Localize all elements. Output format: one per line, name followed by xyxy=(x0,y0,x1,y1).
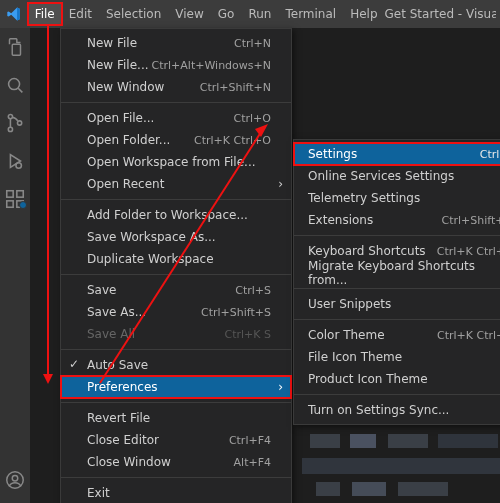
menu-item-label: User Snippets xyxy=(308,297,391,311)
menu-item-label: Save xyxy=(87,283,116,297)
badge-dot-icon xyxy=(19,201,27,209)
svg-point-0 xyxy=(9,79,20,90)
file-menu-item-add-folder-to-workspace[interactable]: Add Folder to Workspace... xyxy=(61,204,291,226)
run-debug-icon[interactable] xyxy=(4,150,26,172)
menu-separator xyxy=(294,319,500,320)
svg-point-3 xyxy=(17,121,21,125)
file-menu-item-preferences[interactable]: Preferences› xyxy=(61,376,291,398)
search-icon[interactable] xyxy=(4,74,26,96)
source-control-icon[interactable] xyxy=(4,112,26,134)
menu-separator xyxy=(61,402,291,403)
menu-go[interactable]: Go xyxy=(211,3,242,25)
svg-point-1 xyxy=(8,114,12,118)
menu-item-label: Close Editor xyxy=(87,433,159,447)
file-menu-dropdown: New FileCtrl+NNew File...Ctrl+Alt+Window… xyxy=(60,28,292,503)
menu-item-label: Turn on Settings Sync... xyxy=(308,403,449,417)
file-menu-item-open-folder[interactable]: Open Folder...Ctrl+K Ctrl+O xyxy=(61,129,291,151)
menu-separator xyxy=(61,102,291,103)
menu-item-label: Open Workspace from File... xyxy=(87,155,256,169)
menu-item-label: New Window xyxy=(87,80,164,94)
blurred-background xyxy=(302,428,500,503)
menu-item-label: Telemetry Settings xyxy=(308,191,420,205)
svg-marker-12 xyxy=(43,374,53,384)
menu-item-shortcut: Ctrl+K S xyxy=(225,328,271,341)
explorer-icon[interactable] xyxy=(4,36,26,58)
menu-item-shortcut: Ctrl+Shift+X xyxy=(441,214,500,227)
menu-item-label: Auto Save xyxy=(87,358,148,372)
editor-area: New FileCtrl+NNew File...Ctrl+Alt+Window… xyxy=(30,28,500,503)
menu-item-label: Online Services Settings xyxy=(308,169,454,183)
file-menu-item-close-editor[interactable]: Close EditorCtrl+F4 xyxy=(61,429,291,451)
menu-help[interactable]: Help xyxy=(343,3,384,25)
window-title: Get Started - Visua xyxy=(385,7,496,21)
chevron-right-icon: › xyxy=(278,177,283,191)
file-menu-item-revert-file[interactable]: Revert File xyxy=(61,407,291,429)
pref-menu-item-extensions[interactable]: ExtensionsCtrl+Shift+X xyxy=(294,209,500,231)
pref-menu-item-file-icon-theme[interactable]: File Icon Theme xyxy=(294,346,500,368)
pref-menu-item-settings[interactable]: SettingsCtrl+, xyxy=(294,143,500,165)
menu-item-label: Add Folder to Workspace... xyxy=(87,208,248,222)
menu-item-label: Open File... xyxy=(87,111,154,125)
menu-item-label: Product Icon Theme xyxy=(308,372,428,386)
menu-item-label: Keyboard Shortcuts xyxy=(308,244,426,258)
pref-menu-item-product-icon-theme[interactable]: Product Icon Theme xyxy=(294,368,500,390)
menu-separator xyxy=(61,477,291,478)
menu-separator xyxy=(294,288,500,289)
pref-menu-item-color-theme[interactable]: Color ThemeCtrl+K Ctrl+T xyxy=(294,324,500,346)
menu-item-label: Duplicate Workspace xyxy=(87,252,214,266)
file-menu-item-open-file[interactable]: Open File...Ctrl+O xyxy=(61,107,291,129)
menu-item-label: Save Workspace As... xyxy=(87,230,216,244)
file-menu-item-save-all: Save AllCtrl+K S xyxy=(61,323,291,345)
menu-item-label: File Icon Theme xyxy=(308,350,402,364)
pref-menu-item-online-services-settings[interactable]: Online Services Settings xyxy=(294,165,500,187)
menu-item-label: Save All xyxy=(87,327,135,341)
pref-menu-item-turn-on-settings-sync[interactable]: Turn on Settings Sync... xyxy=(294,399,500,421)
menu-item-shortcut: Ctrl+, xyxy=(480,148,500,161)
menu-item-label: Open Folder... xyxy=(87,133,170,147)
file-menu-item-new-file[interactable]: New FileCtrl+N xyxy=(61,32,291,54)
preferences-submenu: SettingsCtrl+,Online Services SettingsTe… xyxy=(293,139,500,425)
menu-item-label: New File... xyxy=(87,58,149,72)
menu-item-label: Open Recent xyxy=(87,177,164,191)
file-menu-item-new-window[interactable]: New WindowCtrl+Shift+N xyxy=(61,76,291,98)
file-menu-item-save[interactable]: SaveCtrl+S xyxy=(61,279,291,301)
menu-item-shortcut: Ctrl+Shift+N xyxy=(200,81,271,94)
menu-item-shortcut: Ctrl+Shift+S xyxy=(201,306,271,319)
accounts-icon[interactable] xyxy=(4,469,26,491)
menu-item-label: Revert File xyxy=(87,411,150,425)
menu-edit[interactable]: Edit xyxy=(62,3,99,25)
vscode-logo-icon xyxy=(6,6,22,22)
menu-item-shortcut: Ctrl+F4 xyxy=(229,434,271,447)
file-menu-item-auto-save[interactable]: ✓Auto Save xyxy=(61,354,291,376)
file-menu-item-open-recent[interactable]: Open Recent› xyxy=(61,173,291,195)
menu-item-label: Close Window xyxy=(87,455,171,469)
menu-item-label: Exit xyxy=(87,486,110,500)
extensions-icon[interactable] xyxy=(4,188,26,210)
menu-selection[interactable]: Selection xyxy=(99,3,168,25)
menu-separator xyxy=(61,349,291,350)
menu-item-label: Color Theme xyxy=(308,328,385,342)
file-menu-item-exit[interactable]: Exit xyxy=(61,482,291,503)
menu-file[interactable]: File xyxy=(28,3,62,25)
file-menu-item-open-workspace-from-file[interactable]: Open Workspace from File... xyxy=(61,151,291,173)
menu-item-label: Settings xyxy=(308,147,357,161)
menu-item-shortcut: Ctrl+K Ctrl+O xyxy=(194,134,271,147)
menu-run[interactable]: Run xyxy=(241,3,278,25)
menu-item-shortcut: Alt+F4 xyxy=(234,456,271,469)
svg-rect-6 xyxy=(7,201,13,207)
file-menu-item-new-file[interactable]: New File...Ctrl+Alt+Windows+N xyxy=(61,54,291,76)
file-menu-item-duplicate-workspace[interactable]: Duplicate Workspace xyxy=(61,248,291,270)
pref-menu-item-telemetry-settings[interactable]: Telemetry Settings xyxy=(294,187,500,209)
menu-separator xyxy=(294,235,500,236)
chevron-right-icon: › xyxy=(278,380,283,394)
file-menu-item-save-workspace-as[interactable]: Save Workspace As... xyxy=(61,226,291,248)
menu-item-shortcut: Ctrl+Alt+Windows+N xyxy=(152,59,271,72)
file-menu-item-close-window[interactable]: Close WindowAlt+F4 xyxy=(61,451,291,473)
file-menu-item-save-as[interactable]: Save As...Ctrl+Shift+S xyxy=(61,301,291,323)
menu-item-shortcut: Ctrl+O xyxy=(234,112,271,125)
pref-menu-item-migrate-keyboard-shortcuts-from[interactable]: Migrate Keyboard Shortcuts from... xyxy=(294,262,500,284)
activity-bar xyxy=(0,28,30,503)
menu-terminal[interactable]: Terminal xyxy=(278,3,343,25)
menu-view[interactable]: View xyxy=(168,3,210,25)
pref-menu-item-user-snippets[interactable]: User Snippets xyxy=(294,293,500,315)
